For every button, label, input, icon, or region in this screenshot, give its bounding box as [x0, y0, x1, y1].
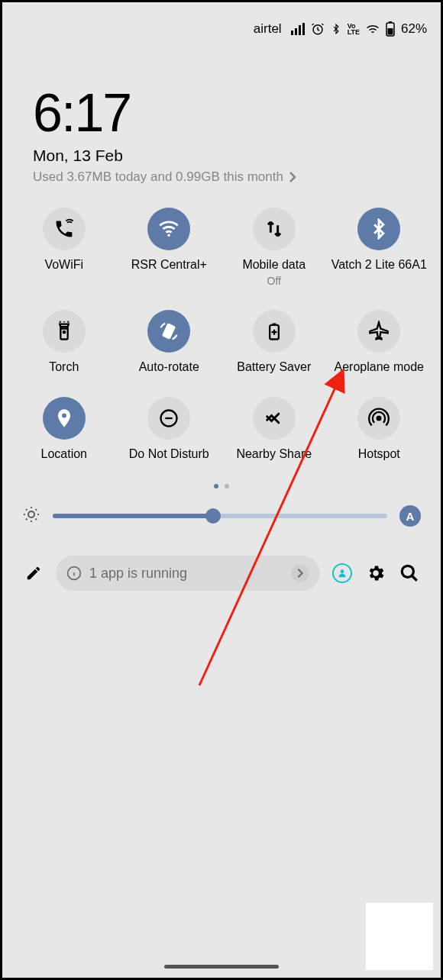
svg-point-15	[377, 417, 381, 421]
svg-rect-7	[389, 21, 392, 23]
svg-point-10	[63, 331, 65, 333]
search-icon	[399, 563, 419, 583]
pin-icon	[53, 408, 75, 429]
svg-rect-6	[387, 28, 393, 35]
svg-rect-1	[295, 28, 297, 35]
brightness-slider[interactable]	[53, 514, 387, 518]
svg-rect-13	[272, 324, 276, 325]
bottom-row: 1 app is running	[2, 527, 441, 591]
tile-torch[interactable]: Torch	[11, 310, 117, 374]
carrier-label: airtel	[254, 21, 282, 37]
gear-icon	[366, 563, 386, 583]
clock-time: 6:17	[33, 82, 410, 143]
slider-thumb[interactable]	[205, 508, 221, 524]
home-indicator[interactable]	[164, 965, 279, 969]
svg-point-18	[341, 569, 344, 573]
tile-label: Location	[41, 447, 88, 461]
auto-brightness-toggle[interactable]: A	[399, 505, 421, 527]
dot-1	[214, 484, 218, 488]
tile-label: Nearby Share	[236, 447, 312, 461]
chevron-right-icon	[288, 172, 297, 182]
signal-icon	[291, 23, 305, 35]
account-button[interactable]	[331, 562, 354, 585]
tile-label: Mobile data	[242, 258, 306, 272]
tile-label: Battery Saver	[237, 360, 311, 374]
running-text: 1 app is running	[89, 566, 187, 582]
brightness-row: A	[2, 488, 441, 527]
svg-point-16	[28, 511, 34, 517]
dot-2	[225, 484, 229, 488]
edit-button[interactable]	[22, 562, 45, 585]
tile-location[interactable]: Location	[11, 397, 117, 461]
tile-sublabel: Off	[267, 275, 281, 287]
bluetooth-icon	[368, 218, 390, 240]
tile-label: VoWiFi	[44, 258, 83, 272]
tile-mobile-data[interactable]: Mobile data Off	[222, 208, 327, 287]
hotspot-icon	[368, 408, 390, 429]
svg-point-8	[168, 234, 171, 237]
rotate-icon	[158, 321, 179, 342]
alarm-icon	[311, 22, 325, 36]
status-bar: airtel VoLTE 62%	[2, 2, 441, 56]
tile-label: Aeroplane mode	[335, 360, 424, 374]
battery-icon	[386, 21, 395, 37]
nearby-icon	[264, 408, 285, 429]
phone-wifi-icon	[53, 218, 75, 240]
tile-wifi[interactable]: RSR Central+	[117, 208, 222, 287]
wifi-icon	[158, 218, 179, 240]
wifi-status-icon	[366, 24, 380, 34]
tile-auto-rotate[interactable]: Auto-rotate	[117, 310, 222, 374]
chevron-right-icon	[291, 564, 309, 582]
tile-bluetooth[interactable]: Vatch 2 Lite 66A1	[327, 208, 432, 287]
tile-hotspot[interactable]: Hotspot	[327, 397, 432, 461]
person-icon	[337, 568, 348, 579]
dnd-icon	[158, 408, 179, 429]
data-usage-text: Used 3.67MB today and 0.99GB this month	[33, 169, 283, 185]
search-button[interactable]	[398, 562, 421, 585]
volte-icon: VoLTE	[348, 23, 360, 35]
quick-settings-grid: VoWiFi RSR Central+ Mobile data Off Vatc…	[2, 185, 441, 461]
tile-label: RSR Central+	[131, 258, 207, 272]
svg-rect-3	[302, 23, 305, 35]
tile-battery-saver[interactable]: Battery Saver	[222, 310, 327, 374]
date-label: Mon, 13 Feb	[33, 147, 410, 165]
tile-label: Vatch 2 Lite 66A1	[331, 258, 427, 272]
running-apps-pill[interactable]: 1 app is running	[56, 556, 320, 591]
settings-button[interactable]	[364, 562, 387, 585]
info-icon	[66, 566, 82, 581]
tile-nearby-share[interactable]: Nearby Share	[222, 397, 327, 461]
data-arrows-icon	[264, 218, 285, 240]
svg-rect-2	[299, 25, 301, 35]
white-square-overlay	[366, 903, 433, 970]
tile-vowifi[interactable]: VoWiFi	[11, 208, 117, 287]
bluetooth-status-icon	[331, 22, 341, 36]
tile-do-not-disturb[interactable]: Do Not Disturb	[117, 397, 222, 461]
tile-label: Auto-rotate	[139, 360, 199, 374]
svg-rect-11	[162, 323, 176, 340]
svg-rect-0	[291, 31, 293, 35]
data-usage-row[interactable]: Used 3.67MB today and 0.99GB this month	[33, 169, 410, 185]
tile-aeroplane-mode[interactable]: Aeroplane mode	[327, 310, 432, 374]
tile-label: Hotspot	[358, 447, 400, 461]
battery-plus-icon	[264, 321, 285, 342]
brightness-icon	[22, 505, 40, 527]
battery-percent: 62%	[401, 21, 427, 37]
tile-label: Do Not Disturb	[129, 447, 209, 461]
airplane-icon	[368, 321, 390, 342]
tile-label: Torch	[49, 360, 79, 374]
flashlight-icon	[53, 321, 75, 342]
svg-point-19	[402, 566, 413, 577]
